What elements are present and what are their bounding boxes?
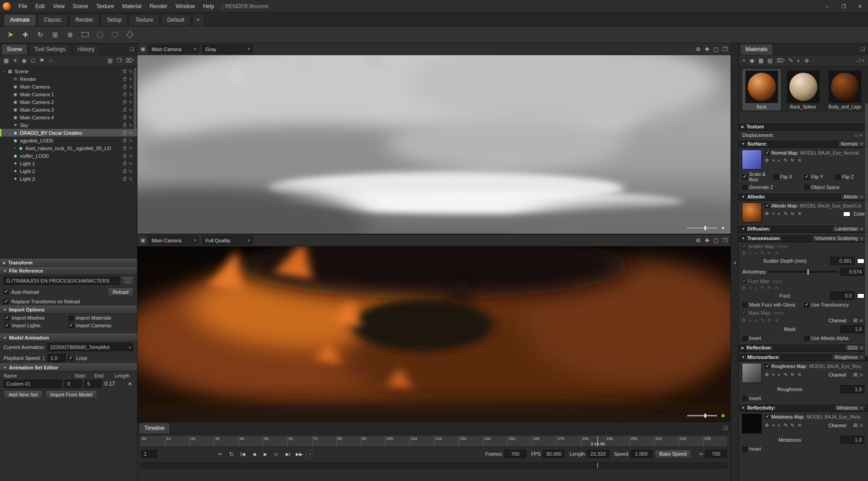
tab-timeline[interactable]: Timeline bbox=[139, 423, 170, 434]
checkbox[interactable] bbox=[69, 316, 74, 321]
map-edit-icon[interactable]: ✎ bbox=[784, 373, 788, 377]
tree-expander-icon[interactable]: + bbox=[13, 146, 18, 151]
ruler-tick-4s[interactable]: 4s bbox=[238, 436, 263, 447]
loop-icon[interactable]: ↻ bbox=[226, 449, 236, 459]
metalness-input[interactable]: 1.0 bbox=[840, 436, 864, 444]
reload-button[interactable]: Reload bbox=[108, 288, 133, 296]
ruler-tick-22s[interactable]: 22s bbox=[679, 436, 703, 447]
rotate-tool[interactable]: ↻ bbox=[33, 28, 47, 42]
marquee-ellipse-tool[interactable] bbox=[93, 28, 107, 42]
map-search-icon[interactable]: ⌖ bbox=[749, 318, 752, 323]
map-edit-icon[interactable]: ✎ bbox=[784, 158, 788, 163]
map-levels-icon[interactable]: ◐ bbox=[755, 286, 758, 290]
checkbox[interactable] bbox=[5, 316, 9, 321]
close-button[interactable]: ✕ bbox=[852, 0, 868, 13]
viewport-status-dot[interactable] bbox=[721, 414, 725, 418]
bake-speed-button[interactable]: Bake Speed bbox=[655, 450, 692, 458]
map-levels-icon[interactable]: ◐ bbox=[778, 423, 781, 428]
map-clear-icon[interactable]: ✕ bbox=[797, 212, 801, 216]
map-search-icon[interactable]: ⌖ bbox=[772, 212, 775, 216]
reload-icon[interactable]: ↻ bbox=[129, 77, 132, 81]
albedo-mode-select[interactable]: Albedo ▾ bbox=[841, 193, 865, 200]
map-settings-icon[interactable]: ⚙ bbox=[742, 286, 746, 290]
metalness-channel-select[interactable]: R ▾ bbox=[851, 422, 865, 429]
reflection-section-header[interactable]: ▶ Reflection: GGX ▾ bbox=[739, 344, 868, 352]
workspace-tab-default[interactable]: Default bbox=[161, 14, 191, 26]
map-levels-icon[interactable]: ◐ bbox=[755, 318, 758, 323]
checkbox[interactable] bbox=[5, 323, 9, 328]
menu-file[interactable]: File bbox=[14, 0, 31, 13]
go-to-start-icon[interactable]: |◀ bbox=[238, 449, 248, 459]
checkbox[interactable] bbox=[742, 396, 747, 401]
field-value-speed[interactable]: 1.000 bbox=[631, 450, 652, 458]
map-levels-icon[interactable]: ◐ bbox=[778, 158, 781, 163]
viewport-status-dot[interactable] bbox=[721, 226, 725, 230]
tab-tool-settings[interactable]: Tool Settings bbox=[29, 44, 71, 55]
tree-expander-icon[interactable]: − bbox=[2, 69, 7, 74]
add-light-icon[interactable]: ☀ bbox=[13, 58, 18, 63]
workspace-tab-item[interactable]: + bbox=[192, 14, 204, 26]
remove-set-button[interactable]: ✕ bbox=[126, 381, 133, 387]
timeline-scrub-bar[interactable] bbox=[140, 462, 728, 468]
reload-icon[interactable]: ↻ bbox=[129, 115, 132, 120]
next-keyframe-icon[interactable]: ▶| bbox=[283, 449, 293, 459]
panel-popout-icon[interactable]: ❏ bbox=[129, 46, 134, 52]
model-animation-section-header[interactable]: ▼ Model Animation bbox=[0, 334, 137, 342]
checkbox[interactable] bbox=[804, 185, 809, 190]
check-flip-y[interactable]: Flip Y bbox=[804, 174, 834, 179]
panel-splitter[interactable]: ◂ bbox=[731, 43, 739, 481]
roughness-input[interactable]: 1.0 bbox=[840, 385, 864, 393]
fuzz-color-swatch[interactable] bbox=[857, 293, 864, 298]
realtime-icon[interactable]: ◔ bbox=[306, 450, 314, 458]
menu-material[interactable]: Material bbox=[118, 0, 146, 13]
tree-item-xgjodeb-lod0[interactable]: ◆xgjodeb_LOD0↻ bbox=[0, 137, 137, 144]
lock-icon[interactable] bbox=[123, 132, 126, 135]
check-scale-bias[interactable]: Scale & Bias bbox=[742, 171, 772, 182]
anisotropy-slider[interactable] bbox=[769, 271, 837, 273]
link-icon[interactable]: ∞ bbox=[699, 451, 703, 457]
import-options-header[interactable]: ▼ Import Options bbox=[0, 306, 137, 314]
add-turntable-icon[interactable]: ♘ bbox=[48, 58, 53, 63]
reflection-mode-select[interactable]: GGX ▾ bbox=[845, 344, 865, 351]
albedo-map-checkbox[interactable] bbox=[765, 203, 769, 208]
map-clear-icon[interactable]: ✕ bbox=[797, 423, 801, 428]
lock-icon[interactable] bbox=[123, 94, 126, 96]
add-backdrop-icon[interactable]: ⚑ bbox=[39, 58, 44, 63]
metalness-map-checkbox[interactable] bbox=[765, 415, 769, 419]
reload-icon[interactable]: ↻ bbox=[129, 69, 132, 74]
ruler-tick-20s[interactable]: 20s bbox=[630, 436, 654, 447]
map-settings-icon[interactable]: ⚙ bbox=[742, 318, 746, 323]
albedo-section-header[interactable]: ▼ Albedo: Albedo ▾ bbox=[739, 193, 868, 201]
ruler-tick-12s[interactable]: 12s bbox=[434, 436, 458, 447]
tree-item-drago-by-oscar-creativo[interactable]: ◆DRAGO_BY Oscar Creativo↻ bbox=[0, 129, 137, 137]
check-object-space[interactable]: Object Space bbox=[804, 184, 864, 190]
timeline-playhead[interactable]: 0:18.09 bbox=[597, 436, 598, 447]
lock-icon[interactable] bbox=[123, 155, 126, 158]
tree-item-render[interactable]: ⚙Render↻ bbox=[0, 75, 137, 83]
current-animation-select[interactable]: 2235927885680_TempMot ▾ bbox=[47, 343, 133, 351]
anisotropy-input[interactable]: 0.574 bbox=[840, 268, 864, 276]
menu-help[interactable]: Help bbox=[199, 0, 218, 13]
roughness-map-thumbnail[interactable] bbox=[742, 363, 762, 383]
checker-icon[interactable]: ▩ bbox=[759, 58, 764, 63]
reflectivity-section-header[interactable]: ▼ Reflectivity: Metalness ▾ bbox=[739, 404, 868, 412]
check-generate-z[interactable]: Generate Z bbox=[742, 184, 802, 190]
map-search-icon[interactable]: ⌖ bbox=[772, 158, 775, 163]
reload-icon[interactable]: ↻ bbox=[129, 85, 132, 89]
workspace-tab-classic[interactable]: Classic bbox=[38, 14, 68, 26]
browse-button[interactable]: ... bbox=[122, 276, 133, 285]
linked-frames-input[interactable]: 700 bbox=[705, 450, 727, 458]
go-to-end-icon[interactable]: ▶▶ bbox=[294, 449, 304, 459]
reload-icon[interactable]: ↻ bbox=[129, 154, 132, 158]
map-clear-icon[interactable]: ✕ bbox=[797, 158, 801, 163]
ruler-tick-21s[interactable]: 21s bbox=[654, 436, 679, 447]
lock-icon[interactable] bbox=[123, 178, 126, 181]
checkbox[interactable] bbox=[804, 174, 809, 179]
beauty-render-viewport[interactable] bbox=[137, 246, 731, 421]
add-new-set-button[interactable]: Add New Set bbox=[4, 390, 42, 399]
map-reload-icon[interactable]: ↻ bbox=[768, 318, 771, 323]
metalness-map-thumbnail[interactable] bbox=[742, 414, 762, 434]
checkbox[interactable] bbox=[742, 302, 747, 307]
lasso-tool[interactable] bbox=[108, 28, 122, 42]
set-end-input[interactable]: 5 bbox=[85, 380, 102, 388]
